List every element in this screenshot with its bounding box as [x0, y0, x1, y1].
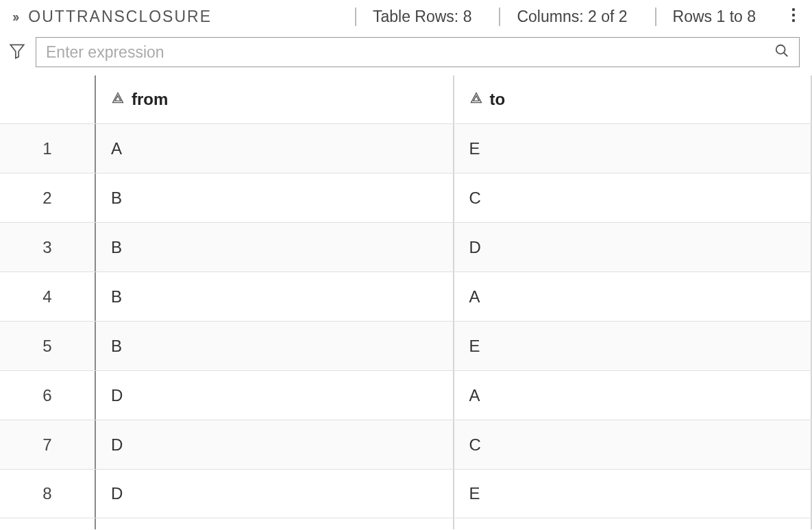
data-table: from to 1AE2BC3BD4BA5BE6DA7DC8DE: [0, 75, 812, 529]
row-number: 8: [0, 470, 96, 518]
cell-from[interactable]: A: [96, 124, 454, 173]
filter-icon[interactable]: [8, 42, 26, 62]
column-header-label: to: [490, 90, 506, 109]
table-footer-spacer: [0, 518, 812, 529]
cell-to[interactable]: C: [454, 173, 813, 222]
table-row[interactable]: 6DA: [0, 370, 812, 420]
cell-from[interactable]: B: [96, 272, 454, 321]
expression-input[interactable]: [46, 43, 774, 62]
table-row[interactable]: 1AE: [0, 123, 812, 173]
expand-chevron-icon[interactable]: ››: [12, 9, 17, 25]
search-icon[interactable]: [774, 43, 789, 61]
svg-point-1: [792, 14, 795, 16]
svg-line-4: [784, 53, 788, 57]
table-row[interactable]: 5BE: [0, 321, 812, 370]
svg-point-0: [792, 8, 795, 11]
column-header-label: from: [132, 90, 168, 109]
cell-from[interactable]: B: [96, 173, 454, 222]
cell-from[interactable]: D: [96, 470, 454, 518]
cell-from[interactable]: D: [96, 371, 454, 420]
cell-from[interactable]: B: [96, 223, 454, 272]
cell-to[interactable]: E: [454, 124, 813, 173]
column-header-to[interactable]: to: [454, 75, 813, 123]
table-row[interactable]: 4BA: [0, 272, 812, 321]
table-header-row: from to: [0, 75, 812, 123]
cell-to[interactable]: E: [454, 322, 813, 370]
cell-to[interactable]: D: [454, 223, 813, 272]
cell-to[interactable]: A: [454, 272, 813, 321]
column-header-from[interactable]: from: [96, 75, 454, 123]
rows-range: Rows 1 to 8: [655, 8, 772, 26]
row-number: 6: [0, 371, 96, 420]
table-title: OUTTRANSCLOSURE: [28, 8, 212, 26]
table-header-bar: ›› OUTTRANSCLOSURE Table Rows: 8 Columns…: [0, 0, 812, 36]
more-options-button[interactable]: [783, 7, 800, 26]
cell-to[interactable]: E: [454, 470, 813, 518]
svg-point-2: [792, 19, 795, 22]
row-number: 5: [0, 322, 96, 370]
row-number: 2: [0, 173, 96, 222]
cell-from[interactable]: D: [96, 420, 454, 469]
row-number: 7: [0, 420, 96, 469]
svg-point-3: [776, 45, 785, 54]
table-row[interactable]: 3BD: [0, 222, 812, 272]
filter-row: [0, 36, 812, 75]
text-type-icon: [111, 90, 125, 109]
expression-search-box[interactable]: [36, 37, 800, 67]
cell-from[interactable]: B: [96, 322, 454, 370]
more-vertical-icon: [791, 7, 796, 23]
row-number-header: [0, 75, 96, 123]
cell-to[interactable]: C: [454, 420, 813, 469]
table-row[interactable]: 7DC: [0, 420, 812, 469]
cell-to[interactable]: A: [454, 371, 813, 420]
row-number: 4: [0, 272, 96, 321]
table-body: 1AE2BC3BD4BA5BE6DA7DC8DE: [0, 123, 812, 518]
row-number: 3: [0, 223, 96, 272]
table-rows-count: Table Rows: 8: [355, 8, 488, 26]
table-row[interactable]: 2BC: [0, 173, 812, 222]
table-row[interactable]: 8DE: [0, 469, 812, 518]
text-type-icon: [469, 90, 483, 109]
row-number: 1: [0, 124, 96, 173]
columns-count: Columns: 2 of 2: [499, 8, 643, 26]
